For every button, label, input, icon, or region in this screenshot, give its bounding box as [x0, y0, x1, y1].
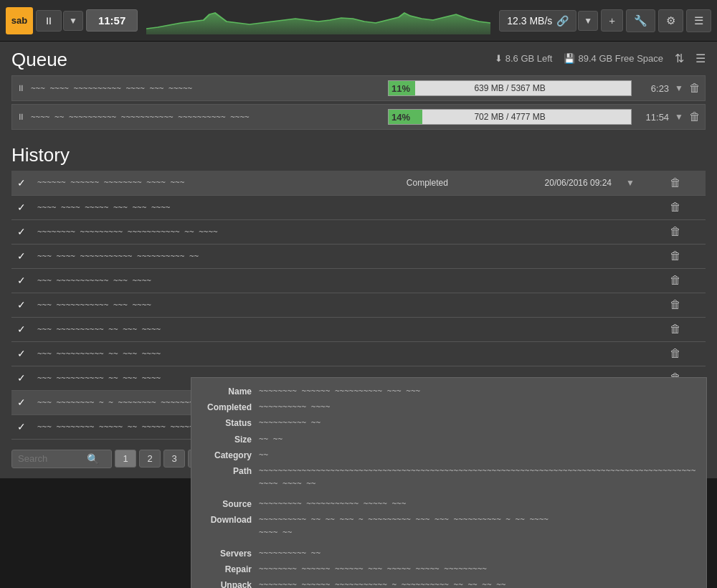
detail-repair-row: Repair ~~~~~~~~ ~~~~~~ ~~~~~~ ~~~ ~~~~~ … [201, 563, 696, 577]
detail-path-row: Path ~~~~~~~~~~~~~~~~~~~~~~~~~~~~~~~~~~~… [201, 465, 696, 490]
queue-item-pause-icon[interactable]: ⏸ [16, 83, 25, 93]
time-display: 11:57 [86, 9, 138, 32]
detail-status-label: Status [201, 417, 259, 430]
checkmark-icon: ✓ [17, 299, 26, 310]
page-1-button[interactable]: 1 [115, 450, 136, 468]
table-row[interactable]: ✓ ~~~~~~ ~~~~~~ ~~~~~~~~ ~~~~ ~~~ Comple… [11, 171, 706, 195]
page-2-button[interactable]: 2 [139, 450, 161, 468]
download-icon: ⬇ [495, 53, 503, 64]
queue-item-name: ~~~~ ~~ ~~~~~~~~~~ ~~~~~~~~~~~ ~~~~~~~~~… [31, 113, 382, 122]
queue-item-pause-icon[interactable]: ⏸ [16, 112, 25, 122]
history-table-wrapper: ✓ ~~~~~~ ~~~~~~ ~~~~~~~~ ~~~~ ~~~ Comple… [11, 171, 706, 440]
history-delete[interactable]: 🗑 [670, 201, 681, 213]
queue-item-delete[interactable]: 🗑 [689, 110, 701, 123]
detail-unpack-value: ~~~~~~~~ ~~~~~~ ~~~~~~~~~~~ ~ ~~~~~~~~~~… [259, 579, 505, 588]
queue-item-size: 702 MB / 4777 MB [474, 112, 545, 122]
checkmark-icon: ✓ [17, 348, 26, 359]
queue-header: Queue ⬇ 8.6 GB Left 💾 89.4 GB Free Space… [11, 42, 706, 75]
queue-item-time: 6:23 [637, 83, 669, 94]
search-input[interactable] [18, 453, 82, 464]
history-item-name: ~~~~ ~~~~ ~~~~~ ~~~ ~~~ ~~~~ [37, 203, 252, 212]
history-item-name: ~~~ ~~~~~~~~~~ ~~ ~~~ ~~~~ [37, 325, 252, 334]
queue-item-delete[interactable]: 🗑 [689, 82, 701, 95]
search-icon[interactable]: 🔍 [87, 453, 99, 465]
checkmark-icon: ✓ [17, 250, 26, 262]
checkmark-icon: ✓ [17, 397, 26, 408]
detail-download-label: Download [201, 513, 259, 539]
history-delete[interactable]: 🗑 [670, 323, 681, 335]
detail-popup: Name ~~~~~~~~ ~~~~~~ ~~~~~~~~~~ ~~~ ~~~ … [191, 377, 707, 588]
detail-name-label: Name [201, 385, 259, 399]
table-row[interactable]: ✓ ~~~~~~~~ ~~~~~~~~~ ~~~~~~~~~~~ ~~ ~~~~… [11, 219, 706, 244]
wrench-button[interactable]: 🔧 [626, 9, 655, 32]
history-item-name: ~~~~~~ ~~~~~~ ~~~~~~~~ ~~~~ ~~~ [37, 178, 252, 187]
topbar: sab ⏸ ▼ 11:57 12.3 MB/s 🔗 ▼ + 🔧 ⚙ ☰ [0, 0, 717, 42]
detail-size-value: ~~ ~~ [259, 433, 282, 447]
sort-icon[interactable]: ⇅ [675, 52, 684, 65]
history-section: History ✓ ~~~~~~ ~~~~~~ ~~~~~~~~ ~~~~ ~~… [11, 137, 706, 440]
checkmark-icon: ✓ [17, 201, 26, 213]
checkmark-icon: ✓ [17, 372, 26, 384]
table-row[interactable]: ✓ ~~~ ~~~~~~~~~~~ ~~~ ~~~~ 🗑 [11, 268, 706, 293]
detail-source-row: Source ~~~~~~~~~ ~~~~~~~~~~~ ~~~~~ ~~~ [201, 498, 696, 511]
queue-item-pct: 11% [391, 83, 410, 94]
detail-status-value: ~~~~~~~~~~ ~~ [259, 417, 320, 430]
table-row[interactable]: ✓ ~~~ ~~~~~~~~~~ ~~ ~~~ ~~~~ 🗑 [11, 317, 706, 341]
detail-repair-value: ~~~~~~~~ ~~~~~~ ~~~~~~ ~~~ ~~~~~ ~~~~~ ~… [259, 563, 487, 577]
table-row[interactable]: ✓ ~~~ ~~~~~~~~~~~ ~~~ ~~~~ 🗑 [11, 293, 706, 317]
detail-download-row: Download ~~~~~~~~~~ ~~ ~~ ~~~ ~ ~~~~~~~~… [201, 513, 696, 539]
queue-stats: ⬇ 8.6 GB Left 💾 89.4 GB Free Space ⇅ ☰ [495, 52, 706, 65]
history-delete[interactable]: 🗑 [670, 250, 681, 262]
pause-button[interactable]: ⏸ [36, 10, 62, 32]
speed-chart [146, 7, 490, 34]
page-3-button[interactable]: 3 [163, 450, 185, 468]
history-delete[interactable]: 🗑 [670, 176, 681, 189]
speed-display: 12.3 MB/s 🔗 [499, 10, 576, 32]
menu-button[interactable]: ☰ [686, 9, 711, 32]
detail-download-value: ~~~~~~~~~~ ~~ ~~ ~~~ ~ ~~~~~~~~~ ~~~ ~~~… [259, 513, 549, 539]
table-row[interactable]: ✓ ~~~ ~~~~~~~~~~ ~~ ~~~ ~~~~ 🗑 [11, 341, 706, 366]
queue-item: ⏸ ~~~ ~~~~ ~~~~~~~~~~ ~~~~ ~~~ ~~~~~ 11%… [11, 75, 706, 101]
queue-item-pct: 14% [391, 112, 410, 123]
history-delete[interactable]: 🗑 [670, 225, 681, 237]
logo: sab [6, 7, 33, 34]
queue-stat-free: 💾 89.4 GB Free Space [564, 53, 663, 64]
add-button[interactable]: + [601, 9, 623, 32]
detail-source-value: ~~~~~~~~~ ~~~~~~~~~~~ ~~~~~ ~~~ [259, 498, 406, 511]
history-dropdown[interactable]: ▼ [623, 178, 637, 188]
queue-item-progress: 11% 639 MB / 5367 MB [388, 80, 632, 96]
queue-stat-left: ⬇ 8.6 GB Left [495, 53, 553, 64]
history-item-status: Completed [379, 171, 475, 195]
link-icon: 🔗 [556, 15, 569, 27]
detail-name-value: ~~~~~~~~ ~~~~~~ ~~~~~~~~~~ ~~~ ~~~ [259, 385, 420, 399]
detail-repair-label: Repair [201, 563, 259, 577]
checkmark-icon: ✓ [17, 177, 26, 189]
list-icon[interactable]: ☰ [695, 52, 706, 65]
history-item-date: 20/06/2016 09:24 [475, 171, 617, 195]
detail-completed-value: ~~~~~~~~~~ ~~~~ [259, 401, 330, 414]
table-row[interactable]: ✓ ~~~ ~~~~ ~~~~~~~~~~~ ~~~~~~~~~~ ~~ 🗑 [11, 244, 706, 268]
detail-name-row: Name ~~~~~~~~ ~~~~~~ ~~~~~~~~~~ ~~~ ~~~ [201, 385, 696, 399]
checkmark-icon: ✓ [17, 421, 26, 432]
history-item-name: ~~~ ~~~~~~~~~~~ ~~~ ~~~~ [37, 300, 252, 310]
history-delete[interactable]: 🗑 [670, 298, 681, 310]
checkmark-icon: ✓ [17, 226, 26, 237]
queue-item-dropdown[interactable]: ▼ [675, 83, 683, 93]
speed-dropdown-button[interactable]: ▼ [578, 11, 598, 31]
detail-source-label: Source [201, 498, 259, 511]
history-item-name: ~~~ ~~~~ ~~~~~~~~~~~ ~~~~~~~~~~ ~~ [37, 252, 252, 261]
detail-completed-label: Completed [201, 401, 259, 414]
table-row[interactable]: ✓ ~~~~ ~~~~ ~~~~~ ~~~ ~~~ ~~~~ 🗑 [11, 195, 706, 219]
queue-item-time: 11:54 [637, 112, 669, 123]
detail-servers-row: Servers ~~~~~~~~~~ ~~ [201, 547, 696, 561]
gear-button[interactable]: ⚙ [658, 9, 683, 32]
detail-servers-value: ~~~~~~~~~~ ~~ [259, 547, 320, 561]
pause-dropdown-button[interactable]: ▼ [63, 11, 83, 31]
detail-category-row: Category ~~ [201, 449, 696, 463]
history-delete[interactable]: 🗑 [670, 347, 681, 359]
queue-item-dropdown[interactable]: ▼ [675, 112, 683, 122]
detail-servers-label: Servers [201, 547, 259, 561]
history-delete[interactable]: 🗑 [670, 274, 681, 286]
queue-item-size: 639 MB / 5367 MB [474, 83, 545, 93]
hdd-icon: 💾 [564, 53, 575, 64]
